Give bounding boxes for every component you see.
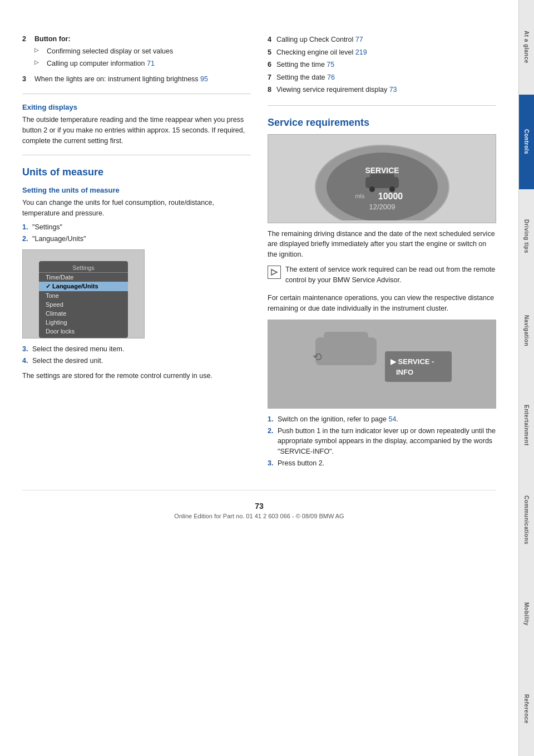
units-footer: The settings are stored for the remote c… [22, 371, 251, 381]
service-info-svg: ⟲ ▶ SERVICE - INFO [304, 321, 460, 407]
menu-item-climate: Climate [39, 309, 128, 318]
intro-item-2: 2 Button for: Confirming selected displa… [22, 33, 251, 69]
svg-rect-13 [324, 332, 368, 347]
page-number: 73 [22, 502, 496, 510]
svg-rect-15 [385, 351, 452, 382]
svg-text:SERVICE: SERVICE [365, 166, 399, 175]
units-subheading: Setting the units of measure [22, 186, 251, 194]
item-3-num: 3 [22, 73, 26, 85]
menu-item-time-date: Time/Date [39, 273, 128, 282]
note-text: The extent of service work required can … [285, 264, 496, 286]
settings-menu-image: Settings Time/Date ✓ Language/Units Tone… [22, 249, 145, 338]
rc-item-5: 5 Checking engine oil level 219 [268, 46, 496, 59]
units-step-1: 1. "Settings" [22, 222, 251, 233]
tab-communications[interactable]: Communications [518, 473, 534, 567]
menu-item-lighting: Lighting [39, 318, 128, 327]
tab-at-a-glance[interactable]: At a glance [518, 0, 534, 95]
service-display-image: SERVICE mls 10000 12/2009 [268, 134, 496, 223]
menu-item-tone: Tone [39, 291, 128, 300]
svg-text:10000: 10000 [378, 192, 403, 201]
rc-item-6: 6 Setting the time 75 [268, 58, 496, 71]
tab-controls[interactable]: Controls [518, 95, 534, 189]
menu-item-door-locks: Door locks [39, 327, 128, 336]
exiting-displays-text: The outside temperature reading and the … [22, 115, 251, 146]
service-step-2: 2. Push button 1 in the turn indicator l… [268, 426, 496, 457]
tab-driving-tips[interactable]: Driving tips [518, 189, 534, 284]
service-info-image: ⟲ ▶ SERVICE - INFO [268, 320, 496, 409]
bullet-confirming: Confirming selected display or set value… [34, 46, 251, 57]
menu-item-speed: Speed [39, 300, 128, 309]
units-text: You can change the units for fuel consum… [22, 198, 251, 219]
play-icon-svg [270, 268, 278, 276]
right-column: 4 Calling up Check Control 77 5 Checking… [268, 33, 496, 473]
left-column: 2 Button for: Confirming selected displa… [22, 33, 251, 473]
units-step-2: 2. "Language/Units" [22, 234, 251, 244]
rc-item-4: 4 Calling up Check Control 77 [268, 33, 496, 46]
svg-text:mls: mls [355, 193, 365, 199]
page-footer: 73 Online Edition for Part no. 01 41 2 6… [22, 490, 496, 525]
footer-text: Online Edition for Part no. 01 41 2 603 … [22, 513, 496, 519]
service-text-2: For certain maintenance operations, you … [268, 293, 496, 314]
units-step-4: 4. Select the desired unit. [22, 356, 251, 366]
svg-marker-10 [271, 269, 277, 275]
tab-navigation[interactable]: Navigation [518, 283, 534, 378]
service-gauge-svg: SERVICE mls 10000 12/2009 [304, 137, 460, 220]
intro-item-3: 3 When the lights are on: instrument lig… [22, 73, 251, 85]
service-requirements-heading: Service requirements [268, 117, 496, 129]
item-2-num: 2 [22, 33, 26, 45]
service-text-1: The remaining driving distance and the d… [268, 229, 496, 260]
service-step-3: 3. Press button 2. [268, 458, 496, 469]
svg-text:▶ SERVICE -: ▶ SERVICE - [390, 357, 434, 366]
tab-entertainment[interactable]: Entertainment [518, 378, 534, 473]
rc-item-8: 8 Viewing service requirement display 73 [268, 84, 496, 96]
bullet-calling: Calling up computer information 71 [34, 58, 251, 69]
svg-text:INFO: INFO [396, 368, 413, 376]
service-step-1: 1. Switch on the ignition, refer to page… [268, 414, 496, 425]
menu-item-language-units: ✓ Language/Units [39, 282, 128, 291]
svg-text:⟲: ⟲ [313, 351, 322, 363]
exiting-displays-heading: Exiting displays [22, 103, 251, 111]
svg-point-5 [369, 186, 375, 192]
tab-reference[interactable]: Reference [518, 661, 534, 756]
svg-text:12/2009: 12/2009 [369, 203, 395, 211]
units-step-3: 3. Select the desired menu item. [22, 344, 251, 355]
settings-menu-title: Settings [39, 263, 128, 273]
svg-rect-4 [370, 174, 394, 181]
rc-item-7: 7 Setting the date 76 [268, 71, 496, 84]
right-tabs: At a glance Controls Driving tips Naviga… [518, 0, 534, 756]
note-box: The extent of service work required can … [268, 264, 496, 289]
settings-menu: Settings Time/Date ✓ Language/Units Tone… [39, 261, 128, 338]
note-icon [268, 266, 281, 279]
tab-mobility[interactable]: Mobility [518, 567, 534, 662]
units-of-measure-heading: Units of measure [22, 166, 251, 178]
